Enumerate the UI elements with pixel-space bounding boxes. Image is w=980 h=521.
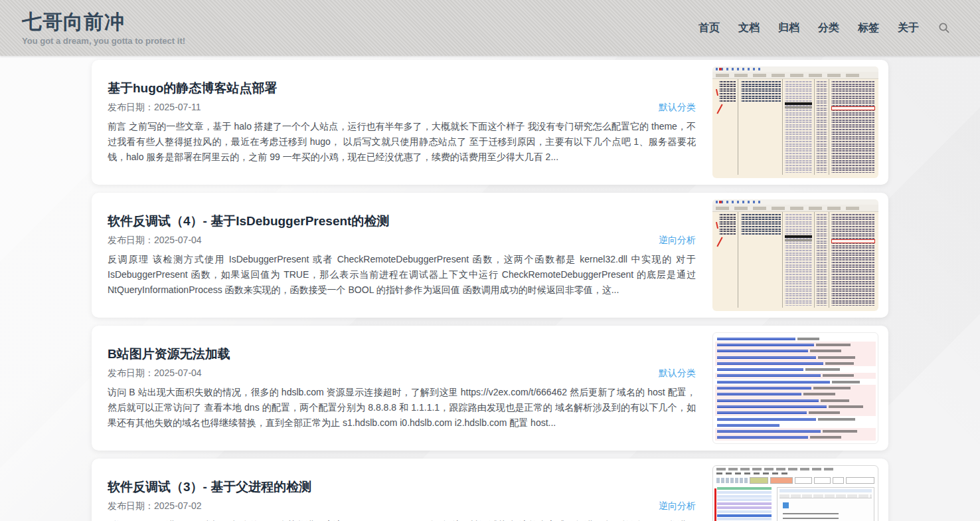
thumb-tabbar — [712, 72, 878, 79]
post-thumbnail-debugger[interactable] — [712, 199, 878, 311]
nav-item-tags[interactable]: 标签 — [858, 21, 879, 35]
site-subtitle: You got a dream, you gotta to protect it… — [22, 36, 185, 46]
thumb-separator — [782, 212, 783, 308]
nav-item-docs[interactable]: 文档 — [738, 21, 760, 35]
thumb-text-column — [785, 214, 812, 306]
post-meta-row: 发布日期：2025-07-04 逆向分析 — [108, 235, 696, 247]
thumb-log-link — [717, 381, 830, 383]
thumb-log-link — [717, 418, 816, 421]
post-category-link[interactable]: 默认分类 — [659, 102, 696, 114]
thumb-log-row — [715, 342, 876, 348]
post-title-link[interactable]: B站图片资源无法加载 — [108, 346, 696, 363]
thumb-log-row — [715, 373, 876, 379]
thumb-log-error — [818, 356, 856, 359]
search-button[interactable] — [938, 21, 951, 35]
thumb-log-link — [717, 350, 808, 352]
thumb-log-link — [717, 374, 821, 377]
thumb-separator — [829, 79, 829, 175]
thumb-dialog-text — [783, 513, 839, 521]
thumb-log-link — [717, 393, 801, 395]
thumb-log-row — [715, 428, 876, 434]
thumb-log-link — [717, 387, 811, 389]
post-card: 软件反调试（4）- 基于IsDebuggerPresent的检测 发布日期：20… — [92, 193, 888, 318]
post-thumbnail-debugger[interactable] — [712, 66, 878, 178]
thumb-log-row — [715, 410, 876, 416]
thumb-red-mark — [716, 237, 722, 247]
thumb-graph-box — [795, 477, 812, 484]
thumb-text-column — [741, 214, 781, 235]
nav-item-home[interactable]: 首页 — [698, 21, 720, 35]
post-date-label: 发布日期： — [108, 500, 154, 511]
post-category-link[interactable]: 逆向分析 — [659, 500, 696, 512]
thumb-process-row — [717, 502, 772, 505]
thumb-separator — [738, 79, 738, 175]
thumb-graph-box — [833, 477, 844, 484]
thumb-log-row — [715, 435, 876, 441]
post-date: 发布日期：2025-07-04 — [108, 235, 202, 247]
thumb-toolbar — [712, 66, 878, 72]
thumb-separator — [814, 79, 815, 175]
thumb-tabbar-tabs — [716, 74, 862, 77]
thumb-log-link — [717, 430, 821, 433]
site-title[interactable]: 七哥向前冲 — [22, 11, 185, 33]
thumb-log-row — [715, 348, 876, 354]
thumb-red-mark — [716, 222, 718, 229]
thumb-process-tree — [717, 487, 772, 521]
thumb-log-row — [715, 403, 876, 409]
post-date-value: 2025-07-02 — [154, 500, 202, 511]
post-date: 发布日期：2025-07-04 — [108, 367, 202, 379]
thumb-log-error — [810, 436, 841, 439]
post-card-text: 基于hugo的静态博客站点部署 发布日期：2025-07-11 默认分类 前言 … — [108, 80, 696, 165]
thumb-log-row — [715, 385, 876, 391]
thumb-log-link — [717, 338, 795, 340]
thumb-log-error — [823, 374, 854, 377]
post-excerpt: 反调原理 如果进程是正常运行起来的，那么其父进程应该是 explorer.exe… — [108, 518, 696, 521]
post-category-link[interactable]: 逆向分析 — [659, 235, 696, 247]
thumb-text-column — [816, 214, 827, 306]
thumb-tabbar — [712, 205, 878, 212]
post-title-link[interactable]: 软件反调试（3）- 基于父进程的检测 — [108, 478, 696, 496]
main-nav: 首页 文档 归档 分类 标签 关于 — [698, 21, 951, 35]
post-date-label: 发布日期： — [108, 367, 154, 378]
thumb-log-row — [715, 422, 876, 428]
thumb-log-link — [717, 411, 807, 414]
thumb-toolbar-icons — [716, 68, 764, 70]
thumb-tabbar-tabs — [716, 207, 862, 210]
thumb-red-box — [831, 239, 875, 243]
thumb-red-arrow — [714, 488, 716, 521]
thumb-separator — [782, 79, 783, 175]
thumb-text-column — [831, 214, 874, 306]
thumb-log-row — [715, 366, 876, 372]
thumb-text-column — [831, 81, 874, 173]
thumb-text-column — [719, 81, 736, 102]
post-excerpt: 前言 之前写的一些文章，基于 halo 搭建了一个个人站点，运行也有半年多了，大… — [108, 119, 696, 165]
thumb-separator — [738, 212, 738, 308]
post-date-value: 2025-07-11 — [154, 102, 201, 112]
site-brand[interactable]: 七哥向前冲 You got a dream, you gotta to prot… — [22, 11, 185, 46]
post-thumbnail-console[interactable] — [712, 332, 878, 444]
nav-item-about[interactable]: 关于 — [898, 21, 919, 35]
thumb-mem-graph — [770, 477, 793, 484]
thumb-log-error — [823, 430, 857, 433]
thumb-process-row — [717, 487, 772, 490]
thumb-log-error — [816, 344, 851, 346]
post-date-value: 2025-07-04 — [154, 367, 202, 378]
thumb-log-link — [717, 344, 814, 346]
site-header: 七哥向前冲 You got a dream, you gotta to prot… — [0, 0, 980, 56]
nav-item-archive[interactable]: 归档 — [778, 21, 799, 35]
post-title-link[interactable]: 软件反调试（4）- 基于IsDebuggerPresent的检测 — [108, 213, 696, 230]
thumb-log-error — [810, 350, 841, 352]
post-title-link[interactable]: 基于hugo的静态博客站点部署 — [108, 80, 696, 97]
thumb-text-column — [719, 214, 736, 235]
thumb-log-link — [717, 356, 816, 359]
nav-item-categories[interactable]: 分类 — [818, 21, 839, 35]
thumb-log-row — [715, 354, 876, 360]
post-meta-row: 发布日期：2025-07-02 逆向分析 — [108, 500, 696, 512]
post-thumbnail-procexp[interactable] — [712, 465, 878, 521]
thumb-toolbar — [716, 476, 874, 484]
thumb-separator — [814, 212, 815, 308]
thumb-log-row — [715, 397, 876, 403]
post-category-link[interactable]: 默认分类 — [659, 367, 696, 379]
thumb-menubar — [716, 472, 791, 474]
thumb-process-row-selected — [717, 514, 772, 517]
